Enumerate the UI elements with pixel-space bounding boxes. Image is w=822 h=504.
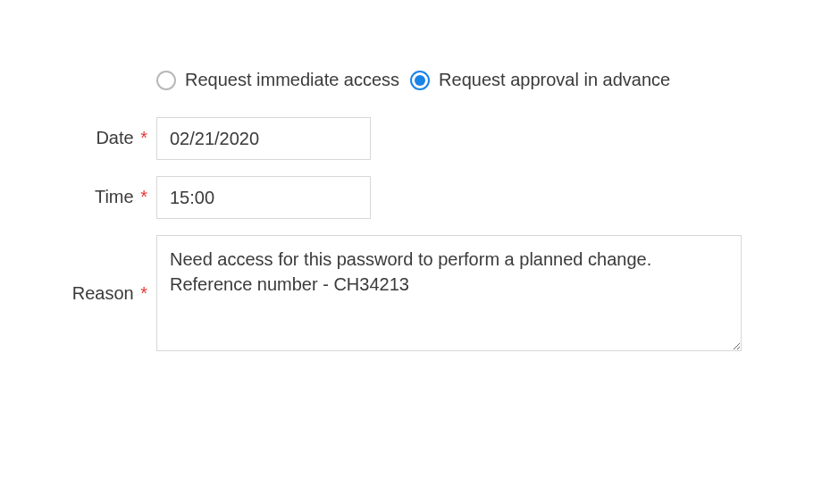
- label-text: Reason: [72, 283, 134, 303]
- access-type-radio-group: Request immediate access Request approva…: [156, 70, 751, 90]
- radio-label: Request immediate access: [185, 70, 399, 90]
- access-request-form: Request immediate access Request approva…: [0, 0, 751, 351]
- reason-label: Reason *: [45, 283, 156, 304]
- radio-dot-icon: [415, 75, 425, 86]
- required-mark: *: [140, 283, 147, 303]
- label-text: Time: [95, 187, 134, 206]
- radio-icon: [410, 71, 430, 90]
- radio-approval-in-advance[interactable]: Request approval in advance: [410, 70, 670, 90]
- date-input[interactable]: [156, 117, 371, 160]
- time-label: Time *: [45, 176, 156, 219]
- date-label: Date *: [45, 117, 156, 160]
- reason-textarea[interactable]: [156, 235, 742, 351]
- radio-label: Request approval in advance: [439, 70, 670, 90]
- radio-immediate-access[interactable]: Request immediate access: [156, 70, 399, 90]
- required-mark: *: [140, 128, 147, 147]
- time-input[interactable]: [156, 176, 371, 219]
- radio-icon: [156, 71, 176, 90]
- date-field-row: Date *: [45, 117, 751, 160]
- required-mark: *: [140, 187, 147, 206]
- reason-field-row: Reason *: [45, 235, 751, 351]
- time-field-row: Time *: [45, 176, 751, 219]
- label-text: Date: [96, 128, 133, 147]
